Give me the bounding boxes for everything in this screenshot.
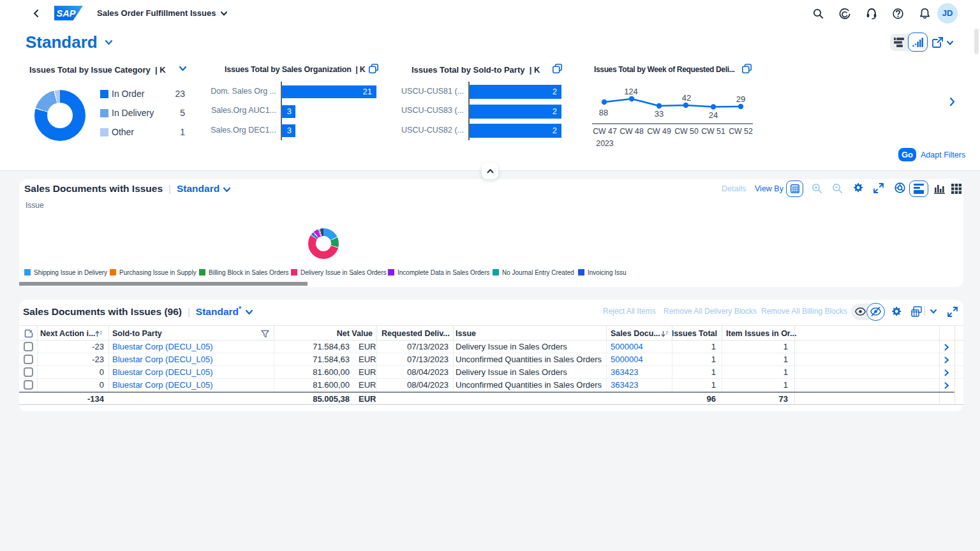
- svg-text:SAP: SAP: [57, 8, 76, 18]
